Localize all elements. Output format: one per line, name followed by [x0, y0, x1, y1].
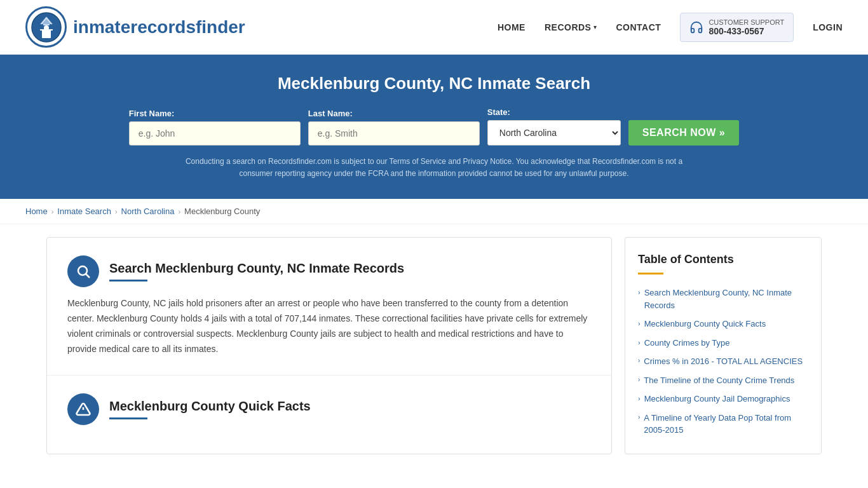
toc-link-4[interactable]: Crimes % in 2016 - TOTAL ALL AGENCIES [644, 355, 803, 368]
hero-section: Mecklenburg County, NC Inmate Search Fir… [0, 55, 868, 199]
nav-records-wrapper[interactable]: RECORDS ▾ [545, 22, 597, 32]
toc-chevron-icon-7: › [638, 414, 640, 421]
breadcrumb-sep-3: › [178, 208, 180, 215]
breadcrumb-current: Mecklenburg County [184, 207, 260, 216]
toc-item-7: › A Timeline of Yearly Data Pop Total fr… [638, 410, 808, 438]
section2-header: Mecklenburg County Quick Facts [67, 393, 591, 425]
nav-login[interactable]: LOGIN [813, 22, 843, 32]
section1-header: Search Mecklenburg County, NC Inmate Rec… [67, 255, 591, 287]
breadcrumb-inmate-search[interactable]: Inmate Search [57, 207, 111, 216]
toc-item-1: › Search Mecklenburg County, NC Inmate R… [638, 285, 808, 313]
toc-chevron-icon-2: › [638, 320, 641, 327]
toc-chevron-icon-3: › [638, 339, 641, 346]
toc-chevron-icon-4: › [638, 357, 640, 364]
toc-link-3[interactable]: County Crimes by Type [644, 337, 730, 349]
toc-link-1[interactable]: Search Mecklenburg County, NC Inmate Rec… [644, 287, 808, 311]
toc-item-3: › County Crimes by Type [638, 335, 808, 351]
svg-rect-4 [43, 24, 50, 25]
svg-rect-1 [42, 29, 51, 38]
breadcrumb-home[interactable]: Home [25, 207, 48, 216]
toc-title: Table of Contents [638, 253, 808, 266]
support-text-area: CUSTOMER SUPPORT 800-433-0567 [709, 18, 784, 36]
section2-title: Mecklenburg County Quick Facts [109, 399, 311, 414]
nav-records[interactable]: RECORDS [545, 22, 592, 32]
toc-item-6: › Mecklenburg County Jail Demographics [638, 391, 808, 407]
svg-rect-3 [40, 29, 53, 30]
breadcrumb-sep-2: › [115, 208, 118, 215]
toc-link-6[interactable]: Mecklenburg County Jail Demographics [644, 393, 790, 405]
logo-area: inmaterecordsfinder [25, 6, 245, 48]
search-circle-icon [67, 255, 99, 287]
headset-icon [689, 20, 703, 34]
page-title: Mecklenburg County, NC Inmate Search [25, 74, 843, 93]
toc-link-5[interactable]: The Timeline of the County Crime Trends [644, 374, 794, 387]
toc-chevron-icon-6: › [638, 395, 641, 402]
state-select[interactable]: North Carolina [487, 120, 621, 146]
section1-body: Mecklenburg County, NC jails hold prison… [67, 296, 591, 356]
section1-paragraph: Mecklenburg County, NC jails hold prison… [67, 296, 591, 356]
main-nav: HOME RECORDS ▾ CONTACT CUSTOMER SUPPORT … [498, 13, 843, 42]
logo-text: inmaterecordsfinder [73, 17, 245, 37]
toc-chevron-icon-5: › [638, 376, 640, 383]
toc-chevron-icon-1: › [638, 288, 641, 296]
toc-item-4: › Crimes % in 2016 - TOTAL ALL AGENCIES [638, 353, 808, 370]
content-left: Search Mecklenburg County, NC Inmate Rec… [46, 237, 612, 454]
toc-item-2: › Mecklenburg County Quick Facts [638, 316, 808, 332]
section1-underline [109, 280, 147, 281]
magnifier-icon [76, 264, 91, 279]
warning-icon [76, 402, 91, 417]
disclaimer-text: Conducting a search on Recordsfinder.com… [173, 156, 695, 180]
alert-circle-icon [67, 393, 99, 425]
breadcrumb-state[interactable]: North Carolina [121, 207, 175, 216]
nav-contact[interactable]: CONTACT [616, 22, 661, 32]
first-name-group: First Name: [129, 109, 301, 146]
toc-item-5: › The Timeline of the County Crime Trend… [638, 372, 808, 389]
svg-point-8 [78, 266, 87, 275]
breadcrumb-sep-1: › [51, 208, 54, 215]
section-quick-facts: Mecklenburg County Quick Facts [47, 376, 611, 452]
last-name-group: Last Name: [308, 109, 480, 146]
search-form: First Name: Last Name: State: North Caro… [25, 107, 843, 146]
search-button[interactable]: SEARCH NOW » [628, 120, 739, 146]
section-inmate-search: Search Mecklenburg County, NC Inmate Rec… [47, 238, 611, 375]
table-of-contents: Table of Contents › Search Mecklenburg C… [625, 237, 822, 454]
first-name-input[interactable] [129, 121, 301, 146]
breadcrumb: Home › Inmate Search › North Carolina › … [0, 199, 868, 224]
support-phone: 800-433-0567 [709, 26, 784, 36]
first-name-label: First Name: [129, 109, 175, 118]
section2-title-area: Mecklenburg County Quick Facts [109, 399, 311, 419]
last-name-label: Last Name: [308, 109, 353, 118]
customer-support-button[interactable]: CUSTOMER SUPPORT 800-433-0567 [680, 13, 794, 42]
nav-home[interactable]: HOME [498, 22, 526, 32]
last-name-input[interactable] [308, 121, 480, 146]
toc-link-7[interactable]: A Timeline of Yearly Data Pop Total from… [644, 412, 808, 437]
support-label: CUSTOMER SUPPORT [709, 18, 784, 26]
site-header: inmaterecordsfinder HOME RECORDS ▾ CONTA… [0, 0, 868, 55]
logo-icon [25, 6, 67, 48]
state-label: State: [487, 107, 510, 117]
toc-divider [638, 273, 663, 274]
records-chevron-icon: ▾ [593, 24, 597, 30]
toc-link-2[interactable]: Mecklenburg County Quick Facts [644, 318, 766, 330]
section1-title-area: Search Mecklenburg County, NC Inmate Rec… [109, 261, 404, 281]
section1-title: Search Mecklenburg County, NC Inmate Rec… [109, 261, 404, 276]
state-group: State: North Carolina [487, 107, 621, 146]
main-content: Search Mecklenburg County, NC Inmate Rec… [21, 224, 847, 467]
toc-list: › Search Mecklenburg County, NC Inmate R… [638, 285, 808, 438]
svg-line-9 [86, 274, 90, 278]
section2-underline [109, 417, 147, 419]
